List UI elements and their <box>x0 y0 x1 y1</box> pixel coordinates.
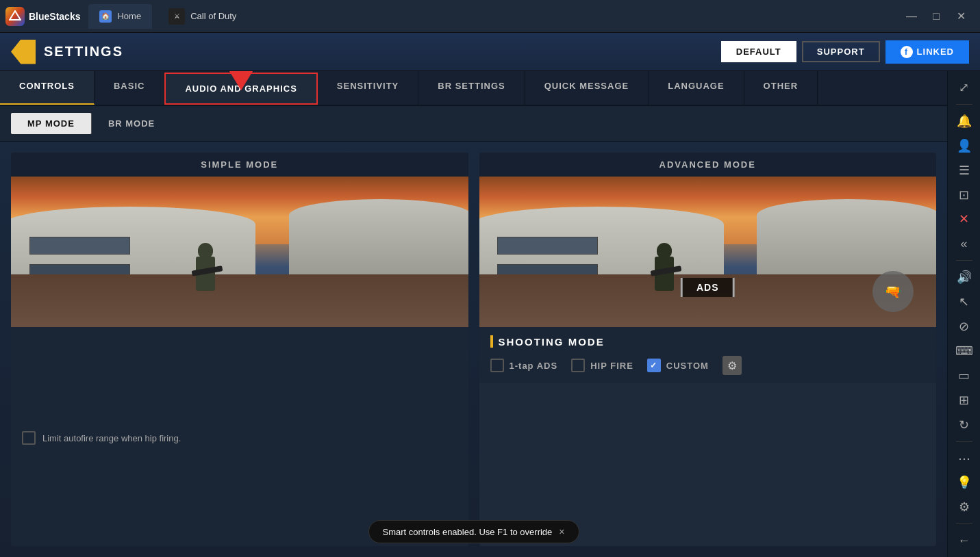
minimize-button[interactable]: — <box>903 8 920 25</box>
soldier-simple <box>185 236 226 305</box>
default-button[interactable]: DEFAULT <box>721 41 796 62</box>
custom-label: CUSTOM <box>666 361 709 371</box>
tab-home[interactable]: 🏠 Home <box>88 4 152 29</box>
notification-close-button[interactable]: × <box>559 526 564 537</box>
shooting-title-accent <box>490 335 493 348</box>
simple-mode-preview <box>11 177 468 327</box>
soldier-head <box>198 243 213 258</box>
autofire-checkbox[interactable] <box>22 431 36 445</box>
sidebar-tablet-button[interactable]: ▭ <box>952 365 977 387</box>
title-bar-right: — □ ✕ <box>903 8 969 25</box>
window-1 <box>29 237 130 255</box>
sidebar-cursor-button[interactable]: ↖ <box>952 291 977 313</box>
sidebar-back-button[interactable]: « <box>952 233 977 255</box>
bs-logo-icon <box>5 7 25 26</box>
tab-sensitivity[interactable]: SENSITIVITY <box>318 71 418 105</box>
soldier-advanced <box>644 236 685 305</box>
nav-tabs: CONTROLS BASIC AUDIO AND GRAPHICS SENSIT… <box>0 71 947 106</box>
sidebar-gear-button[interactable]: ⚙ <box>952 496 977 518</box>
settings-header: SETTINGS DEFAULT SUPPORT f LINKED <box>0 33 980 71</box>
title-bar: BlueStacks 🏠 Home ⚔ Call of Duty — □ ✕ <box>0 0 980 33</box>
sub-tab-br-mode[interactable]: BR MODE <box>92 113 171 134</box>
sidebar-volume-button[interactable]: 🔊 <box>952 266 977 288</box>
tab-audio-graphics-wrapper: AUDIO AND GRAPHICS <box>164 71 317 105</box>
sidebar-bulb-button[interactable]: 💡 <box>952 472 977 494</box>
facebook-icon: f <box>901 46 913 58</box>
sidebar-menu-button[interactable]: ☰ <box>952 159 977 181</box>
tab-game[interactable]: ⚔ Call of Duty <box>158 4 247 29</box>
one-tap-ads-label: 1-tap ADS <box>510 361 558 371</box>
sidebar-divider-1 <box>956 104 972 105</box>
content-area: CONTROLS BASIC AUDIO AND GRAPHICS SENSIT… <box>0 71 947 557</box>
sidebar-close-button[interactable]: ✕ <box>952 209 977 231</box>
bluestacks-name: BlueStacks <box>29 11 80 22</box>
close-button[interactable]: ✕ <box>953 8 969 25</box>
tab-controls[interactable]: CONTROLS <box>0 71 95 105</box>
ads-label: ADS <box>696 282 719 293</box>
right-sidebar: ⤢ 🔔 👤 ☰ ⊡ ✕ « 🔊 ↖ ⊘ ⌨ ▭ ⊞ ↻ ⋯ 💡 ⚙ ← <box>947 71 980 557</box>
sidebar-slash-button[interactable]: ⊘ <box>952 315 977 337</box>
sidebar-user-button[interactable]: 👤 <box>952 135 977 157</box>
title-bar-left: BlueStacks 🏠 Home ⚔ Call of Duty <box>5 4 903 29</box>
notification-text: Smart controls enabled. Use F1 to overri… <box>382 527 552 537</box>
sidebar-bell-button[interactable]: 🔔 <box>952 110 977 132</box>
bluestacks-logo: BlueStacks <box>5 7 80 26</box>
autofire-label: Limit autofire range when hip firing. <box>42 433 181 443</box>
sidebar-dots-button[interactable]: ⋯ <box>952 448 977 469</box>
autofire-option[interactable]: Limit autofire range when hip firing. <box>22 431 457 445</box>
support-button[interactable]: SUPPORT <box>802 41 880 62</box>
sidebar-window-button[interactable]: ⊡ <box>952 184 977 206</box>
hip-fire-label: HIP FIRE <box>590 361 633 371</box>
option-custom[interactable]: ✓ CUSTOM <box>647 359 709 372</box>
simple-mode-lower: Limit autofire range when hip firing. <box>11 327 468 546</box>
shooting-mode-section: SHOOTING MODE 1-tap ADS HIP FIRE <box>479 327 937 383</box>
settings-back-button[interactable]: SETTINGS <box>11 40 123 64</box>
one-tap-ads-checkbox[interactable] <box>490 359 504 372</box>
advanced-mode-preview: ADS 🔫 <box>479 177 937 327</box>
main-area: CONTROLS BASIC AUDIO AND GRAPHICS SENSIT… <box>0 71 980 557</box>
notification-bar: Smart controls enabled. Use F1 to overri… <box>368 520 579 543</box>
tab-language[interactable]: LANGUAGE <box>649 71 744 105</box>
sidebar-arrow-left-button[interactable]: ← <box>952 530 977 552</box>
advanced-mode-title: ADVANCED MODE <box>479 153 937 177</box>
svg-marker-0 <box>10 11 21 20</box>
maximize-button[interactable]: □ <box>928 8 944 25</box>
sub-tab-mp-mode[interactable]: MP MODE <box>11 113 92 134</box>
sidebar-rotate-button[interactable]: ↻ <box>952 414 977 436</box>
custom-checkbox[interactable]: ✓ <box>647 359 661 372</box>
simple-mode-title: SIMPLE MODE <box>11 153 468 177</box>
sidebar-divider-3 <box>956 441 972 442</box>
advanced-mode-panel: ADVANCED MODE <box>479 153 937 546</box>
option-hip-fire[interactable]: HIP FIRE <box>571 359 633 372</box>
shooting-mode-title-row: SHOOTING MODE <box>490 335 926 348</box>
soldier-head-adv <box>657 243 672 258</box>
sidebar-expand-button[interactable]: ⤢ <box>952 77 977 99</box>
sidebar-divider-4 <box>956 523 972 524</box>
arrow-head <box>226 71 256 90</box>
home-tab-icon: 🏠 <box>99 10 112 23</box>
tab-quick-message[interactable]: QUICK MESSAGE <box>525 71 649 105</box>
shooting-options: 1-tap ADS HIP FIRE ✓ CUSTOM ⚙ <box>490 356 926 375</box>
window-adv-1 <box>497 237 598 255</box>
tab-br-settings[interactable]: BR SETTINGS <box>418 71 525 105</box>
ads-overlay: ADS <box>681 278 735 297</box>
tab-home-label: Home <box>117 11 141 21</box>
sidebar-gamepad-button[interactable]: ⊞ <box>952 389 977 411</box>
custom-settings-gear[interactable]: ⚙ <box>723 356 742 375</box>
scene-ground-left <box>11 274 468 327</box>
sidebar-divider-2 <box>956 260 972 261</box>
autofire-section: Limit autofire range when hip firing. <box>11 420 468 456</box>
linked-button[interactable]: f LINKED <box>885 40 969 64</box>
gun-icon-advanced: 🔫 <box>872 271 914 312</box>
modes-container: SIMPLE MODE <box>0 142 947 557</box>
simple-mode-panel: SIMPLE MODE <box>11 153 468 546</box>
sidebar-keyboard-button[interactable]: ⌨ <box>952 340 977 362</box>
red-arrow-indicator <box>226 71 256 90</box>
hip-fire-checkbox[interactable] <box>571 359 585 372</box>
shooting-mode-heading: SHOOTING MODE <box>499 336 605 348</box>
advanced-mode-scene: ADS 🔫 <box>479 177 937 327</box>
tab-other[interactable]: OTHER <box>744 71 818 105</box>
simple-mode-scene <box>11 177 468 327</box>
tab-basic[interactable]: BASIC <box>95 71 164 105</box>
option-one-tap-ads[interactable]: 1-tap ADS <box>490 359 558 372</box>
